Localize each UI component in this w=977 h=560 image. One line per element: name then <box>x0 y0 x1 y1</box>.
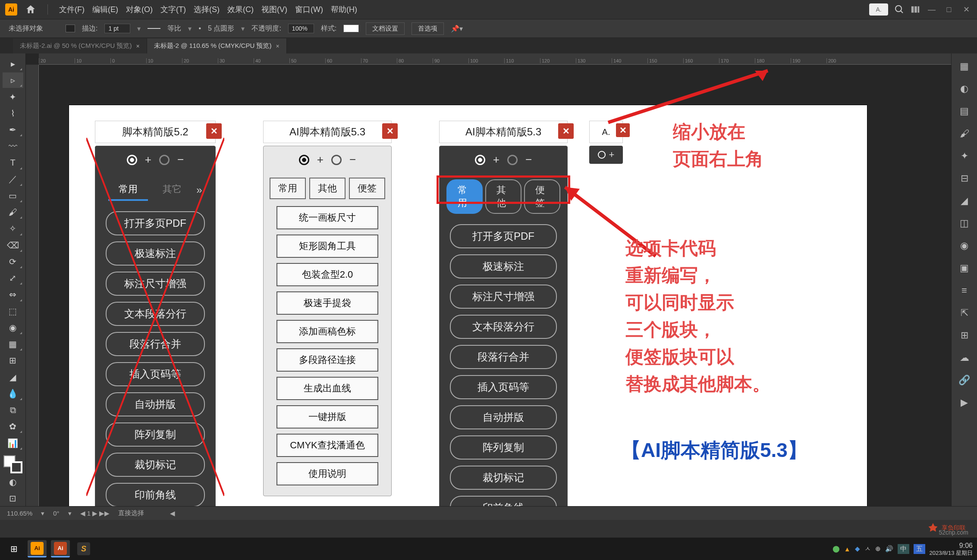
tab-common[interactable]: 常用 <box>108 179 148 201</box>
symbol-sprayer-tool[interactable]: ✿ <box>3 419 23 434</box>
script-button[interactable]: 裁切标记 <box>450 466 557 490</box>
tab-notes[interactable]: 便签 <box>349 178 385 199</box>
menu-file[interactable]: 文件(F) <box>59 4 85 15</box>
panel-52-close-button[interactable]: ✕ <box>206 123 222 139</box>
script-button[interactable]: 段落行合并 <box>450 345 557 369</box>
script-button[interactable]: 印前角线 <box>450 496 557 506</box>
color-mode-icon[interactable]: ◐ <box>3 474 23 490</box>
libraries-icon[interactable]: ☁ <box>956 349 973 366</box>
menu-object[interactable]: 对象(O) <box>126 4 153 15</box>
appearance-icon[interactable]: ◉ <box>956 237 973 254</box>
tab-close-icon[interactable]: × <box>136 43 139 50</box>
tab-common[interactable]: 常用 <box>270 178 306 199</box>
asset-export-icon[interactable]: ⇱ <box>956 304 973 322</box>
search-field[interactable]: A. <box>869 3 888 16</box>
tray-icon[interactable]: ◆ <box>855 545 860 553</box>
maximize-button[interactable]: □ <box>943 4 955 15</box>
script-button[interactable]: 添加画稿色标 <box>276 320 378 343</box>
line-tool[interactable]: ／ <box>3 172 23 187</box>
opacity-input[interactable] <box>288 24 314 33</box>
menu-help[interactable]: 帮助(H) <box>331 4 357 15</box>
tab-other[interactable]: 其它 <box>152 179 192 201</box>
fill-stroke-control[interactable] <box>3 455 22 473</box>
rectangle-tool[interactable]: ▭ <box>3 188 23 203</box>
script-button[interactable]: 生成出血线 <box>276 377 378 400</box>
script-button[interactable]: 极速标注 <box>106 241 205 266</box>
radio-icon[interactable] <box>598 151 606 159</box>
paintbrush-tool[interactable]: 🖌 <box>3 204 23 220</box>
stroke-icon[interactable]: ⊟ <box>956 170 973 187</box>
script-button[interactable]: 极速手提袋 <box>276 291 378 315</box>
type-tool[interactable]: T <box>3 155 23 170</box>
menu-effect[interactable]: 效果(C) <box>227 4 254 15</box>
script-button[interactable]: 裁切标记 <box>106 453 205 477</box>
script-button[interactable]: 阵列复制 <box>450 435 557 460</box>
script-button[interactable]: 自动拼版 <box>106 392 205 416</box>
script-button[interactable]: 文本段落分行 <box>106 302 205 326</box>
taskbar-ai-icon-2[interactable]: Ai <box>51 540 70 557</box>
script-button[interactable]: 标注尺寸增强 <box>106 272 205 296</box>
menu-type[interactable]: 文字(T) <box>160 4 186 15</box>
screen-mode-icon[interactable]: ⊡ <box>3 491 23 506</box>
transparency-icon[interactable]: ◫ <box>956 215 973 232</box>
curvature-tool[interactable]: 〰 <box>3 138 23 154</box>
script-button[interactable]: 插入页码等 <box>106 362 205 386</box>
fill-swatch[interactable] <box>66 25 75 32</box>
script-button[interactable]: 文本段落分行 <box>450 315 557 339</box>
eraser-tool[interactable]: ⌫ <box>3 238 23 253</box>
tray-ime-badge[interactable]: 中 <box>898 544 909 554</box>
start-button[interactable]: ⊞ <box>4 540 23 557</box>
script-button[interactable]: 打开多页PDF <box>106 211 205 235</box>
doc-setup-button[interactable]: 文档设置 <box>366 22 405 35</box>
taskbar-clock[interactable]: 9:06 2023/8/13 星期日 <box>930 541 973 557</box>
close-button[interactable]: ✕ <box>961 4 972 15</box>
arrange-icon[interactable] <box>911 5 920 14</box>
script-button[interactable]: 阵列复制 <box>106 422 205 447</box>
script-button[interactable]: 一键拼版 <box>276 405 378 429</box>
radio-off-icon[interactable] <box>331 155 342 165</box>
taskbar-ai-icon[interactable]: Ai <box>28 540 47 557</box>
menu-window[interactable]: 窗口(W) <box>295 4 323 15</box>
script-button[interactable]: 统一画板尺寸 <box>276 206 378 229</box>
canvas[interactable]: 2010010203040506070809010011012013014015… <box>26 53 951 506</box>
menu-view[interactable]: 视图(V) <box>261 4 287 15</box>
tray-icon[interactable]: ▲ <box>844 545 851 553</box>
script-button[interactable]: 矩形圆角工具 <box>276 235 378 258</box>
brush-label[interactable]: 5 点圆形 <box>208 24 234 33</box>
home-icon[interactable] <box>25 4 36 15</box>
selection-tool[interactable]: ▸ <box>3 56 23 72</box>
gradient-icon[interactable]: ◢ <box>956 192 973 210</box>
minimize-button[interactable]: — <box>926 4 937 15</box>
magic-wand-tool[interactable]: ✦ <box>3 89 23 104</box>
script-button[interactable]: 包装盒型2.0 <box>276 263 378 286</box>
script-button[interactable]: 插入页码等 <box>450 375 557 399</box>
artboards-icon[interactable]: ⊞ <box>956 327 973 344</box>
links-icon[interactable]: 🔗 <box>956 372 973 389</box>
radio-on-icon[interactable] <box>127 155 137 165</box>
panel-53light-close-button[interactable]: ✕ <box>382 123 398 139</box>
search-icon[interactable] <box>894 4 905 15</box>
rotate-tool[interactable]: ⟳ <box>3 254 23 269</box>
properties-icon[interactable]: ▦ <box>956 58 973 75</box>
tray-icon[interactable]: ⬤ <box>832 545 840 553</box>
pin-icon[interactable]: 📌▾ <box>451 25 463 33</box>
script-button[interactable]: 打开多页PDF <box>450 224 557 248</box>
shaper-tool[interactable]: ✧ <box>3 221 23 236</box>
radio-on-icon[interactable] <box>299 155 309 165</box>
graphic-styles-icon[interactable]: ▣ <box>956 260 973 277</box>
script-button[interactable]: 多段路径连接 <box>276 348 378 372</box>
swatches-icon[interactable]: ▤ <box>956 103 973 120</box>
script-button[interactable]: 极速标注 <box>450 254 557 278</box>
gradient-tool[interactable]: ◢ <box>3 369 23 385</box>
script-button[interactable]: 自动拼版 <box>450 405 557 429</box>
blend-tool[interactable]: ⧉ <box>3 402 23 418</box>
tab-other[interactable]: 其他 <box>309 178 346 199</box>
free-transform-tool[interactable]: ⬚ <box>3 303 23 319</box>
shape-builder-tool[interactable]: ◉ <box>3 320 23 335</box>
lasso-tool[interactable]: ⌇ <box>3 106 23 121</box>
tray-volume-icon[interactable]: 🔊 <box>885 545 893 553</box>
perspective-tool[interactable]: ▦ <box>3 336 23 352</box>
script-button[interactable]: 使用说明 <box>276 462 378 485</box>
play-icon[interactable]: ▶ <box>956 394 973 411</box>
graph-tool[interactable]: 📊 <box>3 435 23 451</box>
